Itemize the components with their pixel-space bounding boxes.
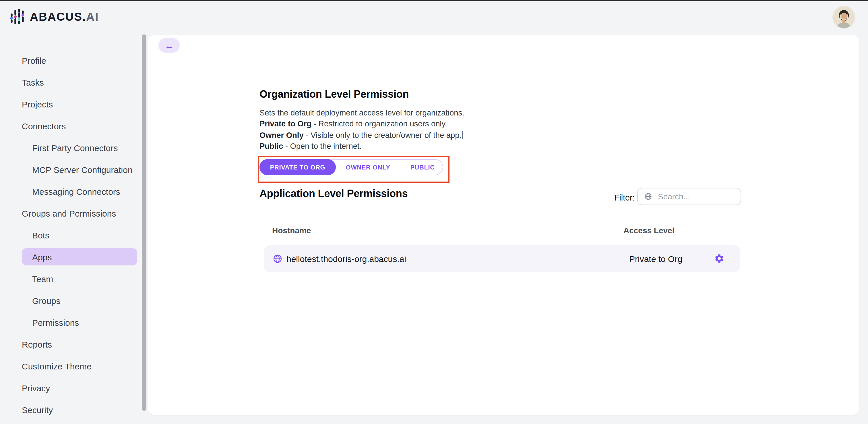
globe-icon: [273, 254, 282, 264]
column-header-hostname: Hostname: [272, 226, 311, 235]
sidebar-item-groups-and-permissions[interactable]: Groups and Permissions: [0, 202, 143, 224]
search-input[interactable]: [657, 191, 734, 202]
table-row: hellotest.thodoris-org.abacus.ai Private…: [264, 245, 740, 272]
sidebar-item-reports[interactable]: Reports: [0, 333, 143, 355]
abacus-logo-icon: [10, 9, 25, 24]
owner-only-help: Owner Only - Visible only to the creator…: [259, 130, 464, 141]
sidebar-item-bots[interactable]: Bots: [0, 224, 143, 246]
private-to-org-help: Private to Org - Restricted to organizat…: [259, 119, 464, 130]
avatar-photo: [833, 6, 855, 28]
sidebar-item-customize-theme[interactable]: Customize Theme: [0, 355, 143, 377]
segment-owner-only[interactable]: OWNER ONLY: [335, 160, 401, 175]
brand-wordmark: ABACUS.AI: [30, 10, 99, 23]
sidebar-item-privacy[interactable]: Privacy: [0, 377, 143, 399]
app-window: ABACUS.AI Profile Tasks Projects Connect…: [0, 0, 868, 424]
sidebar-item-apps[interactable]: Apps: [22, 248, 137, 265]
sidebar-item-security[interactable]: Security: [0, 399, 143, 421]
public-help: Public - Open to the internet.: [259, 141, 464, 152]
description-line: Sets the default deployment access level…: [259, 108, 464, 119]
text-cursor: [462, 131, 463, 139]
globe-icon: [644, 193, 652, 200]
segment-public[interactable]: PUBLIC: [401, 160, 444, 175]
gear-icon[interactable]: [714, 253, 724, 264]
sidebar-item-profile[interactable]: Profile: [0, 49, 143, 71]
back-arrow-icon: ←: [165, 40, 174, 50]
access-level-segmented-control: PRIVATE TO ORG OWNER ONLY PUBLIC: [259, 159, 443, 175]
org-permission-description: Sets the default deployment access level…: [259, 108, 464, 152]
hostname-value: hellotest.thodoris-org.abacus.ai: [286, 245, 406, 272]
user-avatar[interactable]: [833, 6, 855, 28]
sidebar-item-connectors[interactable]: Connectors: [0, 115, 143, 137]
settings-sidebar: Profile Tasks Projects Connectors First …: [0, 49, 143, 421]
window-top-edge: [0, 0, 868, 1]
filter-search-box[interactable]: [637, 188, 741, 205]
sidebar-item-mcp-server-configuration[interactable]: MCP Server Configuration: [0, 159, 143, 180]
org-level-permission-title: Organization Level Permission: [259, 88, 409, 101]
sidebar-item-projects[interactable]: Projects: [0, 93, 143, 115]
sidebar-item-permissions[interactable]: Permissions: [0, 311, 143, 333]
sidebar-item-team[interactable]: Team: [0, 268, 143, 289]
segment-private-to-org[interactable]: PRIVATE TO ORG: [259, 159, 336, 175]
back-button[interactable]: ←: [158, 38, 180, 53]
sidebar-item-groups[interactable]: Groups: [0, 289, 143, 311]
access-level-value: Private to Org: [629, 245, 682, 272]
sidebar-item-tasks[interactable]: Tasks: [0, 71, 143, 93]
sidebar-scrollbar[interactable]: [142, 34, 146, 411]
column-header-access-level: Access Level: [623, 226, 674, 235]
sidebar-item-messaging-connectors[interactable]: Messaging Connectors: [0, 180, 143, 202]
brand-logo[interactable]: ABACUS.AI: [10, 9, 99, 24]
filter-label: Filter:: [614, 193, 635, 202]
application-level-permissions-title: Application Level Permissions: [259, 188, 408, 200]
sidebar-item-first-party-connectors[interactable]: First Party Connectors: [0, 137, 143, 159]
main-content-panel: [148, 35, 859, 415]
